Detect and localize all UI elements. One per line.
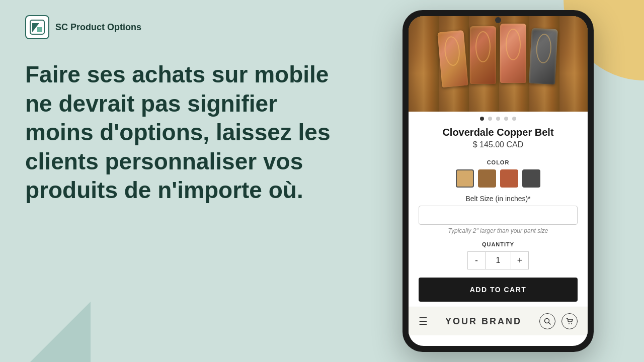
color-swatch-2[interactable] (478, 169, 496, 188)
size-hint: Typically 2" larger than your pant size (419, 227, 578, 234)
carousel-dots (409, 112, 588, 124)
header: SC Product Options (25, 15, 141, 39)
add-to-cart-button[interactable]: ADD TO CART (419, 278, 578, 302)
quantity-controls: - 1 + (419, 251, 578, 269)
quantity-value: 1 (486, 251, 511, 269)
brand-name: SC Product Options (55, 22, 141, 33)
dot-3[interactable] (496, 117, 500, 121)
cart-icon[interactable] (561, 313, 578, 329)
dot-2[interactable] (488, 117, 492, 121)
corner-decoration-bottom-left (30, 302, 91, 362)
buckle-3 (500, 24, 526, 83)
buckle-1 (437, 30, 468, 87)
quantity-section: QUANTITY - 1 + (409, 237, 588, 274)
bottom-nav-brand: YOUR BRAND (428, 316, 539, 327)
logo-box (25, 15, 49, 39)
size-section: Belt Size (in inches)* Typically 2" larg… (409, 192, 588, 237)
product-info: Cloverdale Copper Belt $ 145.00 CAD (409, 124, 588, 159)
svg-rect-2 (37, 27, 42, 32)
color-section: COLOR (409, 159, 588, 192)
bottom-nav: ☰ YOUR BRAND (409, 307, 588, 335)
size-label: Belt Size (in inches)* (419, 195, 578, 203)
hero-text-block: Faire ses achats sur mobile ne devrait p… (25, 60, 337, 205)
hamburger-icon[interactable]: ☰ (419, 315, 428, 327)
color-swatch-3[interactable] (500, 169, 518, 188)
phone-frame: Cloverdale Copper Belt $ 145.00 CAD COLO… (403, 10, 594, 352)
color-swatch-1[interactable] (456, 169, 474, 188)
color-options (419, 169, 578, 188)
search-icon[interactable] (539, 313, 555, 329)
product-price: $ 145.00 CAD (419, 140, 578, 149)
size-input[interactable] (419, 206, 578, 225)
color-swatch-4[interactable] (522, 169, 540, 188)
svg-line-4 (549, 323, 551, 325)
logo-icon (29, 19, 45, 35)
nav-icons (539, 313, 578, 329)
buckle-group (440, 21, 556, 86)
dot-4[interactable] (504, 117, 508, 121)
quantity-plus-button[interactable]: + (511, 251, 529, 269)
product-title: Cloverdale Copper Belt (419, 127, 578, 138)
phone-camera-notch (495, 17, 501, 23)
hero-paragraph: Faire ses achats sur mobile ne devrait p… (25, 60, 337, 205)
quantity-label: QUANTITY (419, 241, 578, 247)
svg-point-6 (571, 323, 572, 324)
phone-screen: Cloverdale Copper Belt $ 145.00 CAD COLO… (409, 16, 588, 346)
color-label: COLOR (419, 159, 578, 165)
phone-mockup: Cloverdale Copper Belt $ 145.00 CAD COLO… (403, 10, 594, 352)
dot-5[interactable] (512, 117, 516, 121)
dot-1[interactable] (480, 117, 484, 121)
svg-point-5 (569, 323, 570, 324)
buckle-2 (470, 26, 496, 84)
buckle-4 (529, 28, 558, 85)
add-to-cart-section: ADD TO CART (409, 274, 588, 307)
quantity-minus-button[interactable]: - (467, 251, 486, 269)
product-image-area (409, 16, 588, 112)
product-image-placeholder (409, 16, 588, 112)
